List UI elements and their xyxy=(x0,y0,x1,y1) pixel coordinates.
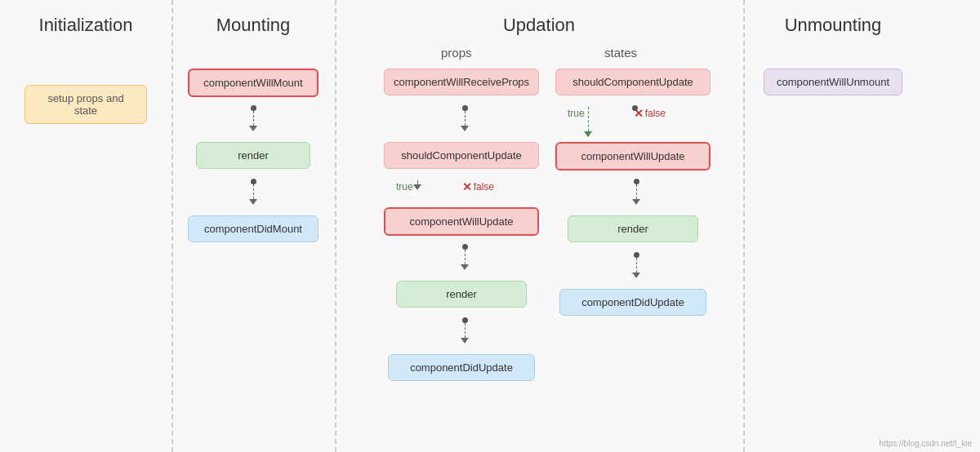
cwu-props-container: componentWillUpdate xyxy=(384,207,539,236)
x-mark-props: ✕ xyxy=(462,180,472,193)
states-subtitle: states xyxy=(604,46,637,60)
render-box-mount: render xyxy=(196,142,310,169)
init-title: Initialization xyxy=(39,0,133,36)
arrowhead-2 xyxy=(249,199,257,205)
setup-props-label: setup props and state xyxy=(24,85,147,124)
scu-props-container: shouldComponentUpdate xyxy=(384,142,539,169)
mount-title: Mounting xyxy=(216,0,291,36)
dot-s1 xyxy=(632,105,638,111)
dot-1 xyxy=(251,105,256,111)
cwrp-box: componentWillReceiveProps xyxy=(384,69,539,95)
props-arrow-true xyxy=(413,180,421,190)
states-branch-labels: true ✕ false xyxy=(568,107,666,120)
true-label-states: true xyxy=(568,108,585,119)
mount-arrow-2 xyxy=(249,179,257,205)
props-arrow-1 xyxy=(461,105,469,131)
dot-p2 xyxy=(462,244,468,250)
cdu-props-container: componentDidUpdate xyxy=(388,354,535,381)
scu-states-container: shouldComponentUpdate xyxy=(555,69,710,95)
arrowhead-p1 xyxy=(461,126,469,131)
arrowhead-st xyxy=(584,131,592,137)
dot-s2 xyxy=(634,179,639,184)
render-props-container: render xyxy=(396,281,527,308)
false-label-props: false xyxy=(474,181,494,193)
cwrp-container: componentWillReceiveProps xyxy=(384,69,539,95)
states-dot-1 xyxy=(632,105,638,111)
arrowhead-s2 xyxy=(632,199,640,205)
render-props-box: render xyxy=(396,281,527,308)
mount-arrow-1 xyxy=(249,105,257,131)
dot-s3 xyxy=(634,252,639,258)
render-states-container: render xyxy=(568,215,698,242)
states-arrow-true xyxy=(584,107,592,137)
cdu-states-container: componentDidUpdate xyxy=(559,289,706,316)
cwu-states-container: componentWillUpdate xyxy=(555,142,710,171)
initialization-section: Initialization setup props and state xyxy=(0,0,172,452)
updation-section: Updation props componentWillReceiveProps… xyxy=(335,0,743,452)
scu-states-box: shouldComponentUpdate xyxy=(555,69,710,95)
cdu-props-box: componentDidUpdate xyxy=(388,354,535,381)
scu-props-box: shouldComponentUpdate xyxy=(384,142,539,169)
true-label-props: true xyxy=(396,181,413,193)
setup-props-box: setup props and state xyxy=(24,85,147,124)
arrowhead-1 xyxy=(249,126,257,131)
update-content: props componentWillReceiveProps shouldCo… xyxy=(335,60,743,452)
dot-p1 xyxy=(462,105,468,111)
render-states-box: render xyxy=(568,215,698,242)
props-subtitle: props xyxy=(441,46,472,60)
dot-2 xyxy=(251,179,256,184)
line-2 xyxy=(253,184,254,199)
arrowhead-pt xyxy=(413,184,421,190)
watermark: https://blog.csdn.net/t_kie xyxy=(880,439,972,448)
line-p3 xyxy=(465,323,466,338)
line-1 xyxy=(253,111,254,126)
props-arrow-2 xyxy=(461,244,469,270)
update-title: Updation xyxy=(503,0,575,36)
init-content: setup props and state xyxy=(0,60,172,452)
component-will-mount-box: componentWillMount xyxy=(188,69,318,97)
line-p2 xyxy=(465,250,466,264)
cdm-container: componentDidMount xyxy=(188,215,318,242)
cwm-container: componentWillMount xyxy=(188,69,318,97)
states-arrow-2 xyxy=(632,179,640,205)
props-branch-labels: true ✕ false xyxy=(396,180,494,193)
false-label-states: false xyxy=(645,108,666,119)
line-s2 xyxy=(636,184,637,199)
cwu-container: componentWillUnmount xyxy=(764,69,902,95)
cwu-states-box: componentWillUpdate xyxy=(555,142,710,171)
arrowhead-p2 xyxy=(461,264,469,270)
states-arrow-3 xyxy=(632,252,640,278)
unmounting-section: Unmounting componentWillUnmount xyxy=(743,0,923,452)
cdu-states-box: componentDidUpdate xyxy=(559,289,706,316)
component-did-mount-box: componentDidMount xyxy=(188,215,318,242)
render-container-mount: render xyxy=(196,142,310,169)
mounting-section: Mounting componentWillMount render xyxy=(172,0,335,452)
cwu-props-box: componentWillUpdate xyxy=(384,207,539,236)
props-arrow-3 xyxy=(461,317,469,343)
component-will-unmount-box: componentWillUnmount xyxy=(764,69,902,95)
lifecycle-diagram: Initialization setup props and state Mou… xyxy=(0,0,980,452)
unmount-title: Unmounting xyxy=(785,0,882,36)
mount-content: componentWillMount render componentDidMo… xyxy=(172,60,335,452)
arrowhead-p3 xyxy=(461,338,469,343)
line-p1 xyxy=(465,111,466,126)
line-s3 xyxy=(636,258,637,273)
dot-p3 xyxy=(462,317,468,323)
line-st xyxy=(588,107,589,131)
arrowhead-s3 xyxy=(632,273,640,278)
unmount-content: componentWillUnmount xyxy=(743,60,923,452)
